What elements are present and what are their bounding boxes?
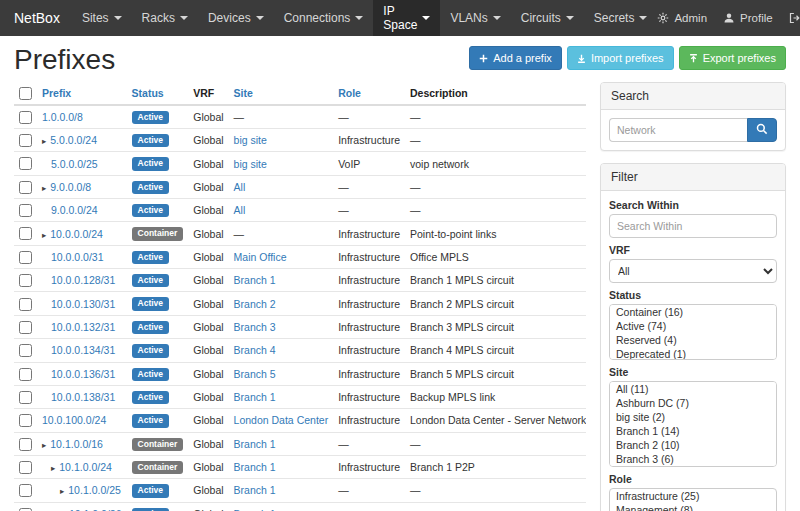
prefix-link[interactable]: 10.1.0.0/16 — [50, 438, 103, 450]
prefix-link[interactable]: 10.0.100.0/24 — [42, 414, 106, 426]
row-checkbox-cell — [14, 105, 37, 129]
prefix-link[interactable]: 10.0.0.130/31 — [51, 298, 115, 310]
row-checkbox[interactable] — [19, 508, 32, 511]
prefix-link[interactable]: 9.0.0.0/24 — [51, 204, 98, 216]
logout-icon — [789, 12, 800, 24]
nav-item-racks[interactable]: Racks — [132, 0, 198, 36]
role-listbox[interactable]: Infrastructure (25)Management (8)Private… — [609, 488, 777, 511]
row-checkbox[interactable] — [19, 368, 32, 381]
site-link[interactable]: Branch 5 — [234, 368, 276, 380]
row-checkbox[interactable] — [19, 484, 32, 497]
prefix-link[interactable]: 10.1.0.0/25 — [68, 484, 121, 496]
prefix-link[interactable]: 10.0.0.128/31 — [51, 274, 115, 286]
filter-option[interactable]: Reserved (4) — [610, 333, 776, 347]
filter-option[interactable]: Branch 3 (6) — [610, 452, 776, 466]
nav-item-secrets[interactable]: Secrets — [584, 0, 658, 36]
vrf-cell: Global — [188, 385, 228, 408]
row-checkbox[interactable] — [19, 134, 32, 147]
prefix-link[interactable]: 10.0.0.0/24 — [50, 228, 103, 240]
description-cell: Branch 5 MPLS circuit — [405, 362, 586, 385]
brand[interactable]: NetBox — [10, 0, 72, 36]
site-link[interactable]: Branch 1 — [234, 391, 276, 403]
site-link[interactable]: Branch 1 — [234, 484, 276, 496]
row-checkbox[interactable] — [19, 391, 32, 404]
column-sort-link[interactable]: Site — [234, 87, 253, 99]
filter-option[interactable]: Branch 2 (10) — [610, 438, 776, 452]
status-listbox[interactable]: Container (16)Active (74)Reserved (4)Dep… — [609, 304, 777, 360]
row-checkbox[interactable] — [19, 274, 32, 287]
admin-link[interactable]: Admin — [657, 12, 707, 24]
row-checkbox[interactable] — [19, 181, 32, 194]
prefix-cell: 10.0.0.136/31 — [37, 362, 127, 385]
filter-option[interactable]: Deprecated (1) — [610, 347, 776, 360]
filter-option[interactable]: Management (8) — [610, 503, 776, 511]
site-link[interactable]: Branch 1 — [234, 274, 276, 286]
profile-link[interactable]: Profile — [723, 12, 773, 24]
prefix-link[interactable]: 10.0.0.0/31 — [51, 251, 104, 263]
import-prefixes-button[interactable]: Import prefixes — [567, 46, 674, 70]
select-all-checkbox[interactable] — [19, 87, 32, 100]
filter-option[interactable]: Container (16) — [610, 305, 776, 319]
prefix-link[interactable]: 1.0.0.0/8 — [42, 111, 83, 123]
row-checkbox[interactable] — [19, 251, 32, 264]
site-listbox[interactable]: All (11)Ashburn DC (7)big site (2)Branch… — [609, 381, 777, 467]
filter-option[interactable]: big site (2) — [610, 410, 776, 424]
column-sort-link[interactable]: Prefix — [42, 87, 71, 99]
prefix-link[interactable]: 5.0.0.0/25 — [51, 158, 98, 170]
filter-option[interactable]: Infrastructure (25) — [610, 489, 776, 503]
filter-option[interactable]: Active (74) — [610, 319, 776, 333]
row-checkbox[interactable] — [19, 298, 32, 311]
site-link[interactable]: London Data Center — [234, 414, 329, 426]
row-checkbox-cell — [14, 362, 37, 385]
nav-item-sites[interactable]: Sites — [72, 0, 132, 36]
prefix-link[interactable]: 5.0.0.0/24 — [50, 134, 97, 146]
row-checkbox-cell — [14, 129, 37, 152]
row-checkbox[interactable] — [19, 321, 32, 334]
nav-item-label: IP Space — [383, 4, 417, 32]
row-checkbox[interactable] — [19, 461, 32, 474]
search-within-input[interactable] — [609, 214, 777, 238]
filter-option[interactable]: Ashburn DC (7) — [610, 396, 776, 410]
site-link[interactable]: big site — [234, 158, 267, 170]
logout-link[interactable]: Log out — [789, 6, 800, 30]
prefix-link[interactable]: 10.1.0.0/24 — [59, 461, 112, 473]
row-checkbox[interactable] — [19, 438, 32, 451]
site-link[interactable]: Branch 3 — [234, 321, 276, 333]
site-link[interactable]: Branch 2 — [234, 298, 276, 310]
add-prefix-button[interactable]: Add a prefix — [469, 46, 562, 70]
nav-item-ip-space[interactable]: IP Space — [373, 0, 440, 36]
description-cell: Branch 1 MPLS circuit — [405, 269, 586, 292]
row-checkbox[interactable] — [19, 414, 32, 427]
site-link[interactable]: big site — [234, 134, 267, 146]
nav-item-connections[interactable]: Connections — [274, 0, 374, 36]
export-prefixes-button[interactable]: Export prefixes — [679, 46, 786, 70]
site-link[interactable]: Main Office — [234, 251, 287, 263]
site-link[interactable]: Branch 1 — [234, 461, 276, 473]
prefix-link[interactable]: 10.0.0.132/31 — [51, 321, 115, 333]
column-sort-link[interactable]: Role — [338, 87, 361, 99]
row-checkbox[interactable] — [19, 157, 32, 170]
site-link[interactable]: Branch 4 — [234, 344, 276, 356]
prefix-link[interactable]: 10.0.0.136/31 — [51, 368, 115, 380]
prefix-link[interactable]: 10.0.0.138/31 — [51, 391, 115, 403]
column-sort-link[interactable]: Status — [132, 87, 164, 99]
search-input[interactable] — [609, 118, 747, 142]
nav-item-devices[interactable]: Devices — [198, 0, 274, 36]
prefix-link[interactable]: 9.0.0.0/8 — [50, 181, 91, 193]
site-link[interactable]: Branch 1 — [234, 438, 276, 450]
vrf-select[interactable]: All — [609, 259, 777, 283]
site-link[interactable]: All — [234, 204, 246, 216]
gear-icon — [657, 12, 669, 24]
nav-item-circuits[interactable]: Circuits — [511, 0, 584, 36]
nav-item-vlans[interactable]: VLANs — [440, 0, 510, 36]
search-button[interactable] — [747, 118, 777, 142]
prefix-link[interactable]: 10.0.0.134/31 — [51, 344, 115, 356]
site-link[interactable]: All — [234, 181, 246, 193]
filter-option[interactable]: All (11) — [610, 382, 776, 396]
row-checkbox[interactable] — [19, 111, 32, 124]
filter-option[interactable]: Branch 4 (12) — [610, 466, 776, 467]
row-checkbox[interactable] — [19, 344, 32, 357]
row-checkbox[interactable] — [19, 227, 32, 240]
filter-option[interactable]: Branch 1 (14) — [610, 424, 776, 438]
row-checkbox[interactable] — [19, 204, 32, 217]
